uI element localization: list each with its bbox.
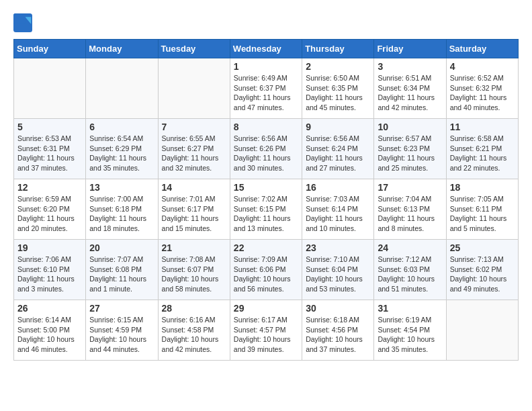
calendar-cell: 19Sunrise: 7:06 AM Sunset: 6:10 PM Dayli… bbox=[14, 240, 86, 300]
calendar-cell: 6Sunrise: 6:54 AM Sunset: 6:29 PM Daylig… bbox=[86, 119, 158, 179]
day-info: Sunrise: 7:12 AM Sunset: 6:03 PM Dayligh… bbox=[378, 255, 442, 294]
day-number: 26 bbox=[17, 303, 82, 314]
calendar-cell bbox=[158, 58, 230, 119]
calendar-cell: 30Sunrise: 6:18 AM Sunset: 4:56 PM Dayli… bbox=[302, 300, 374, 361]
day-info: Sunrise: 6:54 AM Sunset: 6:29 PM Dayligh… bbox=[89, 134, 154, 173]
day-info: Sunrise: 7:02 AM Sunset: 6:15 PM Dayligh… bbox=[234, 194, 298, 234]
day-info: Sunrise: 7:08 AM Sunset: 6:07 PM Dayligh… bbox=[162, 255, 226, 294]
day-info: Sunrise: 7:07 AM Sunset: 6:08 PM Dayligh… bbox=[89, 255, 154, 294]
day-number: 19 bbox=[17, 242, 82, 253]
calendar-cell: 25Sunrise: 7:13 AM Sunset: 6:02 PM Dayli… bbox=[446, 240, 518, 300]
calendar-cell: 4Sunrise: 6:52 AM Sunset: 6:32 PM Daylig… bbox=[446, 58, 518, 119]
day-info: Sunrise: 7:06 AM Sunset: 6:10 PM Dayligh… bbox=[17, 255, 82, 294]
calendar-cell: 7Sunrise: 6:55 AM Sunset: 6:27 PM Daylig… bbox=[158, 119, 230, 179]
day-info: Sunrise: 6:17 AM Sunset: 4:57 PM Dayligh… bbox=[234, 315, 298, 355]
calendar-cell: 15Sunrise: 7:02 AM Sunset: 6:15 PM Dayli… bbox=[230, 179, 302, 240]
calendar-cell: 11Sunrise: 6:58 AM Sunset: 6:21 PM Dayli… bbox=[446, 119, 518, 179]
day-info: Sunrise: 6:51 AM Sunset: 6:34 PM Dayligh… bbox=[378, 73, 442, 113]
weekday-header: Wednesday bbox=[230, 40, 302, 58]
day-info: Sunrise: 6:56 AM Sunset: 6:26 PM Dayligh… bbox=[234, 134, 298, 173]
day-number: 23 bbox=[306, 242, 370, 253]
day-info: Sunrise: 6:50 AM Sunset: 6:35 PM Dayligh… bbox=[306, 73, 370, 113]
calendar-cell: 20Sunrise: 7:07 AM Sunset: 6:08 PM Dayli… bbox=[86, 240, 158, 300]
day-info: Sunrise: 6:15 AM Sunset: 4:59 PM Dayligh… bbox=[89, 315, 154, 355]
calendar-week-row: 5Sunrise: 6:53 AM Sunset: 6:31 PM Daylig… bbox=[14, 119, 519, 179]
calendar-cell: 18Sunrise: 7:05 AM Sunset: 6:11 PM Dayli… bbox=[446, 179, 518, 240]
calendar-cell: 22Sunrise: 7:09 AM Sunset: 6:06 PM Dayli… bbox=[230, 240, 302, 300]
day-info: Sunrise: 6:55 AM Sunset: 6:27 PM Dayligh… bbox=[162, 134, 226, 173]
day-info: Sunrise: 6:49 AM Sunset: 6:37 PM Dayligh… bbox=[234, 73, 298, 113]
calendar-cell: 8Sunrise: 6:56 AM Sunset: 6:26 PM Daylig… bbox=[230, 119, 302, 179]
calendar-cell: 16Sunrise: 7:03 AM Sunset: 6:14 PM Dayli… bbox=[302, 179, 374, 240]
calendar-week-row: 1Sunrise: 6:49 AM Sunset: 6:37 PM Daylig… bbox=[14, 58, 519, 119]
day-number: 14 bbox=[162, 182, 226, 193]
day-number: 1 bbox=[234, 61, 298, 72]
calendar-cell: 26Sunrise: 6:14 AM Sunset: 5:00 PM Dayli… bbox=[14, 300, 86, 361]
day-info: Sunrise: 6:16 AM Sunset: 4:58 PM Dayligh… bbox=[162, 315, 226, 355]
calendar-cell: 2Sunrise: 6:50 AM Sunset: 6:35 PM Daylig… bbox=[302, 58, 374, 119]
day-info: Sunrise: 6:18 AM Sunset: 4:56 PM Dayligh… bbox=[306, 315, 370, 355]
day-number: 15 bbox=[234, 182, 298, 193]
day-info: Sunrise: 7:00 AM Sunset: 6:18 PM Dayligh… bbox=[89, 194, 154, 234]
day-number: 27 bbox=[89, 303, 154, 314]
weekday-header: Saturday bbox=[446, 40, 518, 58]
weekday-header: Monday bbox=[86, 40, 158, 58]
day-number: 13 bbox=[89, 182, 154, 193]
calendar-week-row: 26Sunrise: 6:14 AM Sunset: 5:00 PM Dayli… bbox=[14, 300, 519, 361]
weekday-header-row: SundayMondayTuesdayWednesdayThursdayFrid… bbox=[14, 40, 519, 58]
calendar-cell bbox=[446, 300, 518, 361]
day-number: 31 bbox=[378, 303, 442, 314]
day-number: 20 bbox=[89, 242, 154, 253]
day-info: Sunrise: 7:01 AM Sunset: 6:17 PM Dayligh… bbox=[162, 194, 226, 234]
day-info: Sunrise: 7:03 AM Sunset: 6:14 PM Dayligh… bbox=[306, 194, 370, 234]
day-info: Sunrise: 6:14 AM Sunset: 5:00 PM Dayligh… bbox=[17, 315, 82, 355]
calendar-cell: 13Sunrise: 7:00 AM Sunset: 6:18 PM Dayli… bbox=[86, 179, 158, 240]
weekday-header: Thursday bbox=[302, 40, 374, 58]
day-info: Sunrise: 6:57 AM Sunset: 6:23 PM Dayligh… bbox=[378, 134, 442, 173]
calendar-cell: 12Sunrise: 6:59 AM Sunset: 6:20 PM Dayli… bbox=[14, 179, 86, 240]
day-number: 21 bbox=[162, 242, 226, 253]
weekday-header: Friday bbox=[374, 40, 446, 58]
day-info: Sunrise: 6:56 AM Sunset: 6:24 PM Dayligh… bbox=[306, 134, 370, 173]
calendar-cell: 3Sunrise: 6:51 AM Sunset: 6:34 PM Daylig… bbox=[374, 58, 446, 119]
day-number: 22 bbox=[234, 242, 298, 253]
day-number: 5 bbox=[17, 122, 82, 132]
day-number: 9 bbox=[306, 122, 370, 132]
logo-icon bbox=[13, 13, 32, 32]
calendar-cell: 29Sunrise: 6:17 AM Sunset: 4:57 PM Dayli… bbox=[230, 300, 302, 361]
calendar-cell: 24Sunrise: 7:12 AM Sunset: 6:03 PM Dayli… bbox=[374, 240, 446, 300]
calendar-cell: 23Sunrise: 7:10 AM Sunset: 6:04 PM Dayli… bbox=[302, 240, 374, 300]
calendar-cell: 27Sunrise: 6:15 AM Sunset: 4:59 PM Dayli… bbox=[86, 300, 158, 361]
day-number: 17 bbox=[378, 182, 442, 193]
day-info: Sunrise: 6:52 AM Sunset: 6:32 PM Dayligh… bbox=[450, 73, 515, 113]
day-number: 16 bbox=[306, 182, 370, 193]
calendar-cell bbox=[86, 58, 158, 119]
calendar-week-row: 19Sunrise: 7:06 AM Sunset: 6:10 PM Dayli… bbox=[14, 240, 519, 300]
day-info: Sunrise: 6:19 AM Sunset: 4:54 PM Dayligh… bbox=[378, 315, 442, 355]
day-number: 6 bbox=[89, 122, 154, 132]
day-number: 30 bbox=[306, 303, 370, 314]
calendar-cell: 21Sunrise: 7:08 AM Sunset: 6:07 PM Dayli… bbox=[158, 240, 230, 300]
day-number: 25 bbox=[450, 242, 515, 253]
calendar-cell: 17Sunrise: 7:04 AM Sunset: 6:13 PM Dayli… bbox=[374, 179, 446, 240]
day-number: 12 bbox=[17, 182, 82, 193]
page-header bbox=[13, 13, 519, 32]
day-number: 10 bbox=[378, 122, 442, 132]
calendar-table: SundayMondayTuesdayWednesdayThursdayFrid… bbox=[13, 39, 519, 361]
logo bbox=[13, 13, 35, 32]
calendar-cell: 10Sunrise: 6:57 AM Sunset: 6:23 PM Dayli… bbox=[374, 119, 446, 179]
calendar-cell: 5Sunrise: 6:53 AM Sunset: 6:31 PM Daylig… bbox=[14, 119, 86, 179]
day-number: 29 bbox=[234, 303, 298, 314]
day-number: 4 bbox=[450, 61, 515, 72]
calendar-cell bbox=[14, 58, 86, 119]
day-info: Sunrise: 7:04 AM Sunset: 6:13 PM Dayligh… bbox=[378, 194, 442, 234]
calendar-cell: 14Sunrise: 7:01 AM Sunset: 6:17 PM Dayli… bbox=[158, 179, 230, 240]
calendar-week-row: 12Sunrise: 6:59 AM Sunset: 6:20 PM Dayli… bbox=[14, 179, 519, 240]
day-info: Sunrise: 6:53 AM Sunset: 6:31 PM Dayligh… bbox=[17, 134, 82, 173]
day-number: 24 bbox=[378, 242, 442, 253]
day-number: 7 bbox=[162, 122, 226, 132]
calendar-cell: 9Sunrise: 6:56 AM Sunset: 6:24 PM Daylig… bbox=[302, 119, 374, 179]
day-number: 3 bbox=[378, 61, 442, 72]
day-info: Sunrise: 6:59 AM Sunset: 6:20 PM Dayligh… bbox=[17, 194, 82, 234]
day-number: 2 bbox=[306, 61, 370, 72]
